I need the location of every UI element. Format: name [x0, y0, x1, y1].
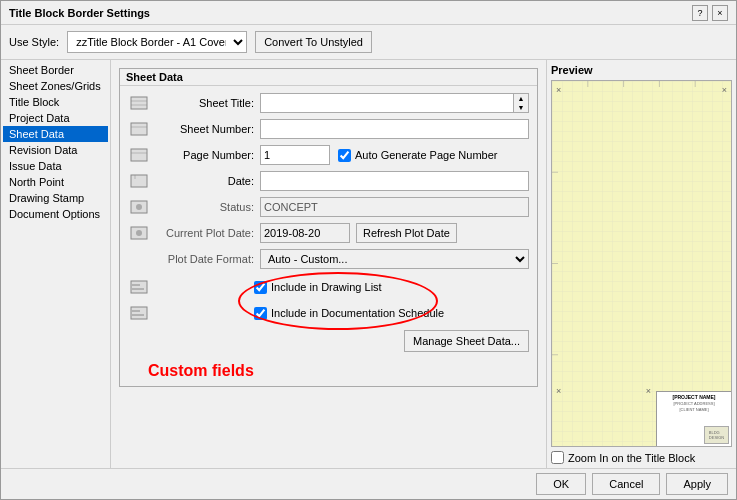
include-doc-schedule-row: Include in Documentation Schedule: [128, 302, 529, 324]
include-doc-schedule-checkbox[interactable]: [254, 307, 267, 320]
sidebar-item-sheet-data[interactable]: Sheet Data: [3, 126, 108, 142]
help-button[interactable]: ?: [692, 5, 708, 21]
status-row: Status:: [128, 196, 529, 218]
sheet-title-row: Sheet Title: ▲ ▼: [128, 92, 529, 114]
include-drawing-list-text: Include in Drawing List: [271, 281, 382, 293]
svg-rect-7: [131, 175, 147, 187]
date-input[interactable]: [260, 171, 529, 191]
include-drawing-list-label[interactable]: Include in Drawing List: [254, 281, 382, 294]
sidebar-item-north-point[interactable]: North Point: [3, 174, 108, 190]
manage-sheet-data-button[interactable]: Manage Sheet Data...: [404, 330, 529, 352]
sheet-title-icon: [128, 92, 150, 114]
main-content: Sheet Border Sheet Zones/Grids Title Blo…: [1, 60, 736, 468]
ok-button[interactable]: OK: [536, 473, 586, 495]
field-icon-svg: [130, 96, 148, 110]
zoom-checkbox-row: Zoom In on the Title Block: [551, 451, 732, 464]
page-number-row: Page Number: Auto Generate Page Number: [128, 144, 529, 166]
include-doc-schedule-label[interactable]: Include in Documentation Schedule: [254, 307, 444, 320]
plot-date-format-dropdown[interactable]: Auto - Custom...: [260, 249, 529, 269]
sidebar-item-revision-data[interactable]: Revision Data: [3, 142, 108, 158]
apply-button[interactable]: Apply: [666, 473, 728, 495]
preview-client-name: [CLIENT NAME]: [659, 407, 729, 412]
date-icon: [128, 170, 150, 192]
sheet-number-label: Sheet Number:: [154, 123, 254, 135]
preview-project-name: [PROJECT NAME]: [659, 394, 729, 400]
plot-date-format-label: Plot Date Format:: [154, 253, 254, 265]
x-mark-tl: ×: [556, 85, 561, 95]
close-button[interactable]: ×: [712, 5, 728, 21]
auto-generate-label[interactable]: Auto Generate Page Number: [338, 149, 497, 162]
sidebar-item-project-data[interactable]: Project Data: [3, 110, 108, 126]
field-icon-svg3: [130, 148, 148, 162]
status-input: [260, 197, 529, 217]
plot-date-format-row: Plot Date Format: Auto - Custom...: [128, 248, 529, 270]
svg-rect-16: [131, 307, 147, 319]
preview-stamp: BLDGDESIGN: [704, 426, 729, 444]
include-drawing-list-icon: [128, 276, 150, 298]
sidebar-item-document-options[interactable]: Document Options: [3, 206, 108, 222]
group-content: Sheet Title: ▲ ▼: [120, 86, 537, 386]
status-icon: [128, 196, 150, 218]
zoom-label: Zoom In on the Title Block: [568, 452, 695, 464]
preview-label: Preview: [551, 64, 732, 76]
sheet-number-row: Sheet Number:: [128, 118, 529, 140]
refresh-plot-date-button[interactable]: Refresh Plot Date: [356, 223, 457, 243]
svg-rect-13: [131, 281, 147, 293]
x-mark-tr: ×: [722, 85, 727, 95]
sheet-title-label: Sheet Title:: [154, 97, 254, 109]
sheet-number-input[interactable]: [260, 119, 529, 139]
left-panel: Sheet Border Sheet Zones/Grids Title Blo…: [1, 60, 111, 468]
svg-point-10: [136, 204, 142, 210]
include-drawing-list-checkbox[interactable]: [254, 281, 267, 294]
current-plot-date-row: Current Plot Date: Refresh Plot Date: [128, 222, 529, 244]
sheet-title-input[interactable]: [260, 93, 514, 113]
field-icon-svg8: [130, 306, 148, 320]
include-doc-schedule-icon: [128, 302, 150, 324]
field-icon-svg5: [130, 200, 148, 214]
sidebar-item-issue-data[interactable]: Issue Data: [3, 158, 108, 174]
sidebar-item-drawing-stamp[interactable]: Drawing Stamp: [3, 190, 108, 206]
title-block-preview: [PROJECT NAME] [PROJECT ADDRESS] [CLIENT…: [656, 391, 731, 446]
sheet-number-icon: [128, 118, 150, 140]
manage-row: Manage Sheet Data...: [128, 330, 529, 358]
include-drawing-list-row: Include in Drawing List: [128, 276, 529, 298]
title-bar-controls: ? ×: [692, 5, 728, 21]
checkboxes-section: Include in Drawing List: [128, 276, 529, 324]
sidebar-item-title-block[interactable]: Title Block: [3, 94, 108, 110]
toolbar: Use Style: zzTitle Block Border - A1 Cov…: [1, 25, 736, 60]
style-dropdown[interactable]: zzTitle Block Border - A1 Cover S: [67, 31, 247, 53]
window-title: Title Block Border Settings: [9, 7, 150, 19]
field-icon-svg2: [130, 122, 148, 136]
zoom-checkbox[interactable]: [551, 451, 564, 464]
scroll-down-btn[interactable]: ▼: [514, 103, 528, 112]
use-style-label: Use Style:: [9, 36, 59, 48]
sheet-title-scroll: ▲ ▼: [514, 93, 529, 113]
status-label: Status:: [154, 201, 254, 213]
center-panel: Sheet Data Sheet Title:: [111, 60, 546, 468]
page-number-input[interactable]: [260, 145, 330, 165]
sidebar-item-sheet-border[interactable]: Sheet Border: [3, 62, 108, 78]
right-panel: Preview: [546, 60, 736, 468]
custom-fields-section: Custom fields: [138, 362, 529, 380]
page-number-icon: [128, 144, 150, 166]
cancel-button[interactable]: Cancel: [592, 473, 660, 495]
auto-generate-checkbox[interactable]: [338, 149, 351, 162]
custom-fields-label: Custom fields: [148, 362, 254, 379]
date-row: Date:: [128, 170, 529, 192]
field-icon-svg6: [130, 226, 148, 240]
sidebar-item-sheet-zones-grids[interactable]: Sheet Zones/Grids: [3, 78, 108, 94]
svg-rect-0: [131, 97, 147, 109]
current-plot-date-label: Current Plot Date:: [154, 227, 254, 239]
sheet-title-input-wrap: ▲ ▼: [260, 93, 529, 113]
convert-button[interactable]: Convert To Unstyled: [255, 31, 372, 53]
preview-area: × × × × [PROJECT NAME] [PROJECT ADDRESS]…: [551, 80, 732, 447]
scroll-up-btn[interactable]: ▲: [514, 94, 528, 103]
sheet-data-group: Sheet Data Sheet Title:: [119, 68, 538, 387]
field-icon-svg7: [130, 280, 148, 294]
field-icon-svg4: [130, 174, 148, 188]
main-window: Title Block Border Settings ? × Use Styl…: [0, 0, 737, 500]
group-title: Sheet Data: [120, 69, 537, 86]
current-plot-date-icon: [128, 222, 150, 244]
svg-rect-3: [131, 123, 147, 135]
date-label: Date:: [154, 175, 254, 187]
